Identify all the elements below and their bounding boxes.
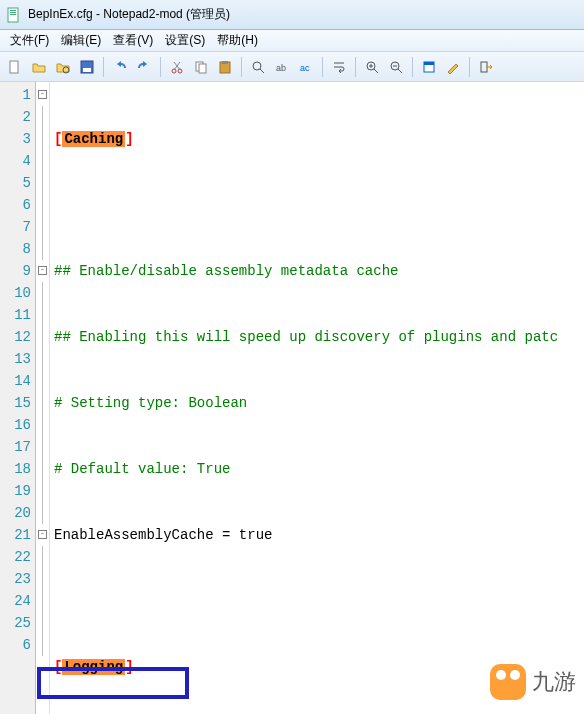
svg-rect-13	[222, 61, 228, 64]
line-number: 18	[0, 458, 35, 480]
line-number: 13	[0, 348, 35, 370]
copy-icon[interactable]	[190, 56, 212, 78]
app-icon	[6, 7, 22, 23]
replace-icon[interactable]: ab	[271, 56, 293, 78]
comment: ## Enabling this will speed up discovery…	[54, 329, 558, 345]
line-number: 6	[0, 194, 35, 216]
section-header: Logging	[62, 659, 125, 675]
line-number: 8	[0, 238, 35, 260]
line-number: 11	[0, 304, 35, 326]
comment: ## Enable/disable assembly metadata cach…	[54, 263, 398, 279]
bracket: ]	[125, 659, 133, 675]
svg-rect-2	[10, 12, 16, 13]
toolbar-separator	[322, 57, 323, 77]
line-number: 3	[0, 128, 35, 150]
line-number: 17	[0, 436, 35, 458]
line-number: 15	[0, 392, 35, 414]
line-number: 21	[0, 524, 35, 546]
line-number: 5	[0, 172, 35, 194]
cut-icon[interactable]	[166, 56, 188, 78]
find-next-icon[interactable]: ac	[295, 56, 317, 78]
svg-rect-3	[10, 14, 16, 15]
svg-text:ab: ab	[276, 63, 286, 73]
line-number: 20	[0, 502, 35, 524]
customize-icon[interactable]	[442, 56, 464, 78]
new-file-icon[interactable]	[4, 56, 26, 78]
line-number: 2	[0, 106, 35, 128]
line-number: 19	[0, 480, 35, 502]
toolbar-separator	[469, 57, 470, 77]
watermark-text: 九游	[532, 667, 576, 697]
editor-area[interactable]: 1 2 3 4 5 6 7 8 9 10 11 12 13 14 15 16 1…	[0, 82, 584, 714]
open-file-icon[interactable]	[28, 56, 50, 78]
line-number-gutter: 1 2 3 4 5 6 7 8 9 10 11 12 13 14 15 16 1…	[0, 82, 36, 714]
toolbar: ab ac	[0, 52, 584, 82]
find-icon[interactable]	[247, 56, 269, 78]
scheme-icon[interactable]	[418, 56, 440, 78]
toolbar-separator	[103, 57, 104, 77]
menu-file[interactable]: 文件(F)	[4, 30, 55, 51]
word-wrap-icon[interactable]	[328, 56, 350, 78]
line-number: 25	[0, 612, 35, 634]
line-number: 9	[0, 260, 35, 282]
fold-toggle-icon[interactable]: -	[38, 530, 47, 539]
toolbar-separator	[412, 57, 413, 77]
save-icon[interactable]	[76, 56, 98, 78]
comment: # Setting type: Boolean	[54, 395, 247, 411]
line-number: 23	[0, 568, 35, 590]
toolbar-separator	[160, 57, 161, 77]
bracket: ]	[125, 131, 133, 147]
watermark-logo-icon	[490, 664, 526, 700]
redo-icon[interactable]	[133, 56, 155, 78]
browse-icon[interactable]	[52, 56, 74, 78]
line-number: 24	[0, 590, 35, 612]
fold-toggle-icon[interactable]: -	[38, 90, 47, 99]
line-number: 16	[0, 414, 35, 436]
exit-icon[interactable]	[475, 56, 497, 78]
menu-help[interactable]: 帮助(H)	[211, 30, 264, 51]
code-content[interactable]: [Caching] ## Enable/disable assembly met…	[50, 82, 584, 714]
fold-toggle-icon[interactable]: -	[38, 266, 47, 275]
paste-icon[interactable]	[214, 56, 236, 78]
undo-icon[interactable]	[109, 56, 131, 78]
menu-view[interactable]: 查看(V)	[107, 30, 159, 51]
config-key: EnableAssemblyCache	[54, 527, 214, 543]
toolbar-separator	[241, 57, 242, 77]
menu-edit[interactable]: 编辑(E)	[55, 30, 107, 51]
svg-rect-11	[199, 64, 206, 73]
svg-rect-1	[10, 10, 16, 11]
svg-rect-7	[83, 68, 91, 72]
comment: # Default value: True	[54, 461, 230, 477]
svg-rect-20	[424, 62, 434, 65]
line-number: 10	[0, 282, 35, 304]
fold-column: - - -	[36, 82, 50, 714]
line-number: 14	[0, 370, 35, 392]
svg-point-14	[253, 62, 261, 70]
zoom-out-icon[interactable]	[385, 56, 407, 78]
section-header: Caching	[62, 131, 125, 147]
toolbar-separator	[355, 57, 356, 77]
line-number: 6	[0, 634, 35, 656]
watermark: 九游	[490, 664, 576, 700]
window-title: BepInEx.cfg - Notepad2-mod (管理员)	[28, 6, 230, 23]
svg-text:ac: ac	[300, 63, 310, 73]
zoom-in-icon[interactable]	[361, 56, 383, 78]
line-number: 12	[0, 326, 35, 348]
line-number: 7	[0, 216, 35, 238]
title-bar: BepInEx.cfg - Notepad2-mod (管理员)	[0, 0, 584, 30]
line-number: 22	[0, 546, 35, 568]
line-number: 1	[0, 84, 35, 106]
svg-rect-4	[10, 61, 18, 73]
menu-bar: 文件(F) 编辑(E) 查看(V) 设置(S) 帮助(H)	[0, 30, 584, 52]
config-value: true	[239, 527, 273, 543]
menu-settings[interactable]: 设置(S)	[159, 30, 211, 51]
line-number: 4	[0, 150, 35, 172]
